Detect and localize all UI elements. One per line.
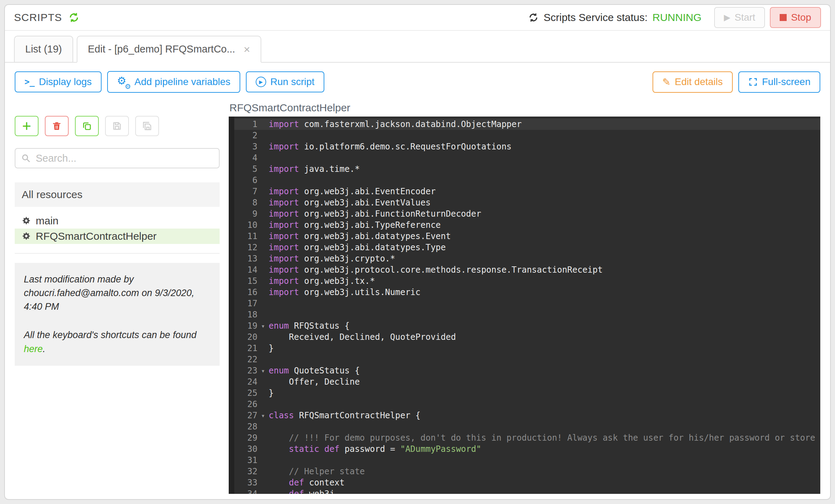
- code-line[interactable]: 27▾class RFQSmartContractHelper {: [234, 410, 820, 421]
- add-pipeline-variables-button[interactable]: ⚙⚙ Add pipeline variables: [107, 71, 240, 93]
- fold-gutter: [257, 186, 269, 197]
- stop-icon: [780, 14, 787, 21]
- code-line[interactable]: 13import org.web3j.crypto.*: [234, 253, 820, 264]
- fold-arrow-icon[interactable]: ▾: [257, 410, 269, 421]
- code-text: import org.web3j.abi.FunctionReturnDecod…: [269, 208, 495, 219]
- code-line[interactable]: 1import com.fasterxml.jackson.databind.O…: [234, 119, 820, 130]
- code-text: enum RFQStatus {: [269, 320, 364, 331]
- code-line[interactable]: 28: [234, 421, 820, 432]
- fold-gutter: [257, 421, 269, 432]
- refresh-icon[interactable]: [68, 12, 80, 23]
- line-number: 7: [234, 186, 257, 197]
- code-text: [269, 354, 283, 365]
- code-line[interactable]: 22: [234, 354, 820, 365]
- code-line[interactable]: 9import org.web3j.abi.FunctionReturnDeco…: [234, 208, 820, 219]
- run-script-button[interactable]: ▶ Run script: [246, 71, 324, 92]
- display-logs-label: Display logs: [39, 76, 92, 88]
- code-line[interactable]: 19▾enum RFQStatus {: [234, 320, 820, 331]
- line-number: 25: [234, 387, 257, 399]
- terminal-icon: >_: [25, 77, 35, 87]
- display-logs-button[interactable]: >_ Display logs: [15, 71, 102, 92]
- resource-item[interactable]: RFQSmartContractHelper: [15, 229, 220, 244]
- code-editor[interactable]: 1import com.fasterxml.jackson.databind.O…: [229, 117, 820, 494]
- fold-gutter: [257, 242, 269, 253]
- edit-details-button[interactable]: ✎ Edit details: [653, 71, 732, 93]
- code-line[interactable]: 26: [234, 399, 820, 410]
- code-line[interactable]: 7import org.web3j.abi.EventEncoder: [234, 186, 820, 197]
- fold-gutter: [257, 219, 269, 231]
- search-input[interactable]: [36, 153, 213, 164]
- code-line[interactable]: 18: [234, 309, 820, 320]
- shortcuts-note: All the keyboard's shortcuts can be foun…: [24, 328, 211, 356]
- code-text: }: [269, 387, 288, 399]
- tab-list[interactable]: List (19): [14, 36, 73, 63]
- code-text: import org.web3j.abi.datatypes.Type: [269, 242, 460, 253]
- code-line[interactable]: 10import org.web3j.abi.TypeReference: [234, 219, 820, 231]
- fold-gutter: [257, 298, 269, 309]
- fold-gutter: [257, 399, 269, 410]
- editor-toolbar: >_ Display logs ⚙⚙ Add pipeline variable…: [15, 71, 820, 93]
- line-number: 1: [234, 119, 257, 130]
- code-line[interactable]: 33 def context: [234, 477, 820, 488]
- code-line[interactable]: 2: [234, 130, 820, 141]
- fold-gutter: [257, 275, 269, 287]
- code-line[interactable]: 6: [234, 175, 820, 186]
- line-number: 9: [234, 208, 257, 219]
- start-button[interactable]: ▶ Start: [714, 7, 765, 28]
- fold-arrow-icon[interactable]: ▾: [257, 320, 269, 331]
- plus-icon: +: [22, 119, 31, 133]
- fold-gutter: [257, 343, 269, 354]
- save-all-button[interactable]: [135, 116, 159, 136]
- code-line[interactable]: 15import org.web3j.tx.*: [234, 275, 820, 287]
- code-text: [269, 298, 283, 309]
- line-number: 18: [234, 309, 257, 320]
- line-number: 4: [234, 152, 257, 163]
- code-text: enum QuoteStatus {: [269, 365, 374, 376]
- code-line[interactable]: 23▾enum QuoteStatus {: [234, 365, 820, 376]
- code-line[interactable]: 4: [234, 152, 820, 163]
- code-text: // !!! For demo purposes, don't do this …: [269, 432, 820, 443]
- code-line[interactable]: 11import org.web3j.abi.datatypes.Event: [234, 231, 820, 242]
- code-line[interactable]: 30 static def password = "ADummyPassword…: [234, 443, 820, 455]
- tab-bar: List (19) Edit - [p6_demo] RFQSmartCo...…: [5, 36, 830, 63]
- fold-arrow-icon[interactable]: ▾: [257, 365, 269, 376]
- run-script-label: Run script: [270, 76, 315, 88]
- close-icon[interactable]: ×: [243, 46, 250, 53]
- code-line[interactable]: 8import org.web3j.abi.EventValues: [234, 197, 820, 208]
- line-number: 22: [234, 354, 257, 365]
- add-button[interactable]: +: [15, 116, 39, 136]
- delete-button[interactable]: [45, 116, 69, 136]
- code-line[interactable]: 5import java.time.*: [234, 163, 820, 175]
- script-icon: [22, 216, 31, 225]
- resource-item[interactable]: main: [15, 213, 220, 229]
- code-text: import org.web3j.abi.EventValues: [269, 197, 444, 208]
- duplicate-button[interactable]: [75, 116, 99, 136]
- code-line[interactable]: 32 // Helper state: [234, 466, 820, 477]
- code-line[interactable]: 29 // !!! For demo purposes, don't do th…: [234, 432, 820, 443]
- code-line[interactable]: 31: [234, 455, 820, 466]
- line-number: 30: [234, 443, 257, 455]
- code-line[interactable]: 16import org.web3j.utils.Numeric: [234, 287, 820, 298]
- line-number: 10: [234, 219, 257, 231]
- code-line[interactable]: 3import io.platform6.demo.sc.RequestForQ…: [234, 141, 820, 152]
- code-line[interactable]: 17: [234, 298, 820, 309]
- line-number: 16: [234, 287, 257, 298]
- shortcuts-note-period: .: [43, 344, 46, 354]
- code-line[interactable]: 14import org.web3j.protocol.core.methods…: [234, 264, 820, 275]
- save-button[interactable]: [105, 116, 129, 136]
- shortcuts-link[interactable]: here: [24, 344, 43, 354]
- editor-title: RFQSmartContractHelper: [229, 102, 820, 114]
- code-line[interactable]: 25}: [234, 387, 820, 399]
- tab-edit[interactable]: Edit - [p6_demo] RFQSmartCo... ×: [77, 36, 261, 63]
- fold-gutter: [257, 477, 269, 488]
- code-line[interactable]: 34 def web3j: [234, 488, 820, 494]
- code-line[interactable]: 21}: [234, 343, 820, 354]
- fullscreen-button[interactable]: Full-screen: [738, 71, 820, 93]
- code-line[interactable]: 24 Offer, Decline: [234, 376, 820, 387]
- code-line[interactable]: 20 Received, Declined, QuoteProvided: [234, 331, 820, 343]
- code-line[interactable]: 12import org.web3j.abi.datatypes.Type: [234, 242, 820, 253]
- fold-gutter: [257, 376, 269, 387]
- stop-button[interactable]: Stop: [770, 7, 821, 28]
- editor-lines: 1import com.fasterxml.jackson.databind.O…: [234, 119, 820, 494]
- fold-gutter: [257, 331, 269, 343]
